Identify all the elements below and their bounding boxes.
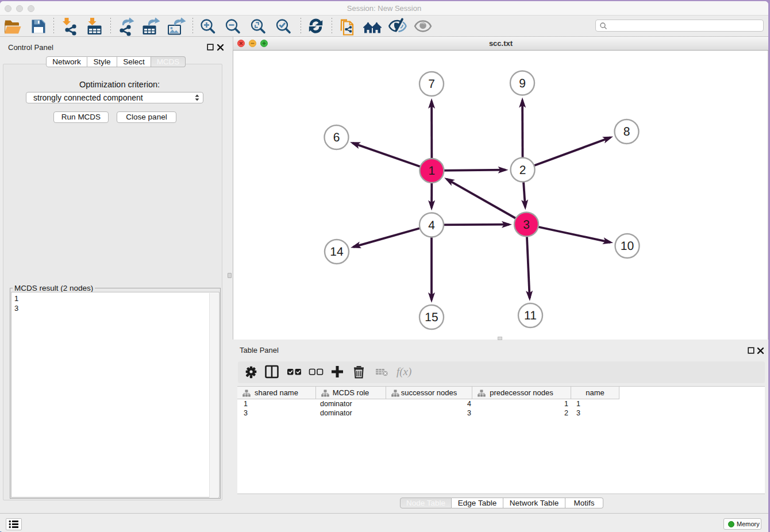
svg-text:1: 1 bbox=[429, 164, 436, 178]
svg-text:2: 2 bbox=[519, 164, 526, 177]
svg-text:9: 9 bbox=[519, 77, 526, 90]
svg-text:f(x): f(x) bbox=[396, 366, 411, 378]
svg-text:4: 4 bbox=[428, 219, 435, 232]
svg-text:7: 7 bbox=[428, 78, 435, 91]
svg-text:11: 11 bbox=[524, 309, 537, 322]
svg-text:14: 14 bbox=[330, 245, 344, 259]
svg-text:10: 10 bbox=[621, 240, 634, 253]
svg-text:15: 15 bbox=[425, 311, 438, 324]
svg-text:8: 8 bbox=[623, 125, 630, 138]
svg-text:6: 6 bbox=[333, 131, 340, 144]
svg-text:3: 3 bbox=[523, 218, 530, 232]
